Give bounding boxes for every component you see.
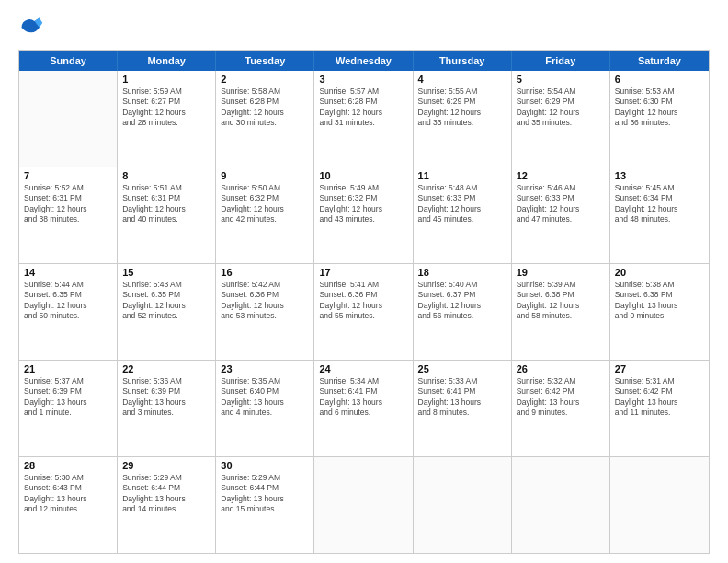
day-number: 17: [319, 267, 407, 278]
day-number: 14: [24, 267, 112, 278]
calendar-cell: 18Sunrise: 5:40 AMSunset: 6:37 PMDayligh…: [414, 264, 512, 360]
day-info: Sunrise: 5:41 AMSunset: 6:36 PMDaylight:…: [319, 280, 407, 322]
day-info: Sunrise: 5:59 AMSunset: 6:27 PMDaylight:…: [122, 86, 210, 129]
calendar-cell: 30Sunrise: 5:29 AMSunset: 6:44 PMDayligh…: [216, 457, 314, 553]
day-info: Sunrise: 5:55 AMSunset: 6:29 PMDaylight:…: [418, 86, 506, 129]
day-number: 6: [615, 74, 704, 85]
day-info: Sunrise: 5:32 AMSunset: 6:42 PMDaylight:…: [517, 376, 605, 419]
day-number: 25: [418, 363, 506, 374]
calendar-cell: 28Sunrise: 5:30 AMSunset: 6:43 PMDayligh…: [19, 457, 118, 553]
day-info: Sunrise: 5:42 AMSunset: 6:36 PMDaylight:…: [221, 280, 309, 322]
day-number: 26: [517, 363, 605, 374]
calendar-cell: 19Sunrise: 5:39 AMSunset: 6:38 PMDayligh…: [512, 264, 610, 360]
day-number: 30: [221, 460, 309, 471]
day-number: 21: [24, 363, 112, 374]
day-info: Sunrise: 5:40 AMSunset: 6:37 PMDaylight:…: [418, 280, 506, 322]
day-info: Sunrise: 5:50 AMSunset: 6:32 PMDaylight:…: [221, 183, 309, 225]
weekday-header-thursday: Thursday: [414, 51, 512, 71]
weekday-header-sunday: Sunday: [19, 51, 118, 71]
day-info: Sunrise: 5:39 AMSunset: 6:38 PMDaylight:…: [517, 280, 605, 322]
calendar-cell: 22Sunrise: 5:36 AMSunset: 6:39 PMDayligh…: [118, 361, 216, 456]
calendar-row-0: 1Sunrise: 5:59 AMSunset: 6:27 PMDaylight…: [19, 71, 709, 167]
calendar-cell: 25Sunrise: 5:33 AMSunset: 6:41 PMDayligh…: [414, 361, 512, 456]
calendar-header: SundayMondayTuesdayWednesdayThursdayFrid…: [19, 51, 709, 71]
day-number: 22: [122, 363, 210, 374]
day-info: Sunrise: 5:54 AMSunset: 6:29 PMDaylight:…: [517, 86, 605, 129]
day-number: 20: [615, 267, 704, 278]
day-number: 11: [418, 170, 506, 181]
day-number: 1: [122, 74, 210, 85]
calendar-cell: 9Sunrise: 5:50 AMSunset: 6:32 PMDaylight…: [216, 167, 314, 263]
day-info: Sunrise: 5:46 AMSunset: 6:33 PMDaylight:…: [517, 183, 605, 225]
calendar-cell: 27Sunrise: 5:31 AMSunset: 6:42 PMDayligh…: [610, 361, 709, 456]
weekday-header-monday: Monday: [118, 51, 216, 71]
calendar-cell: [314, 457, 413, 553]
day-info: Sunrise: 5:29 AMSunset: 6:44 PMDaylight:…: [221, 473, 309, 515]
calendar-cell: 24Sunrise: 5:34 AMSunset: 6:41 PMDayligh…: [314, 361, 413, 456]
day-number: 27: [615, 363, 704, 374]
day-info: Sunrise: 5:30 AMSunset: 6:43 PMDaylight:…: [24, 473, 112, 515]
calendar-cell: 8Sunrise: 5:51 AMSunset: 6:31 PMDaylight…: [118, 167, 216, 263]
day-info: Sunrise: 5:45 AMSunset: 6:34 PMDaylight:…: [615, 183, 704, 225]
day-info: Sunrise: 5:49 AMSunset: 6:32 PMDaylight:…: [319, 183, 407, 225]
day-info: Sunrise: 5:52 AMSunset: 6:31 PMDaylight:…: [24, 183, 112, 225]
calendar-cell: 13Sunrise: 5:45 AMSunset: 6:34 PMDayligh…: [610, 167, 709, 263]
calendar-cell: 17Sunrise: 5:41 AMSunset: 6:36 PMDayligh…: [314, 264, 413, 360]
calendar-cell: 11Sunrise: 5:48 AMSunset: 6:33 PMDayligh…: [414, 167, 512, 263]
calendar-cell: 1Sunrise: 5:59 AMSunset: 6:27 PMDaylight…: [118, 71, 216, 167]
weekday-header-tuesday: Tuesday: [216, 51, 314, 71]
calendar-row-2: 14Sunrise: 5:44 AMSunset: 6:35 PMDayligh…: [19, 263, 709, 360]
calendar-cell: 23Sunrise: 5:35 AMSunset: 6:40 PMDayligh…: [216, 361, 314, 456]
day-number: 8: [122, 170, 210, 181]
day-number: 4: [418, 74, 506, 85]
calendar: SundayMondayTuesdayWednesdayThursdayFrid…: [18, 50, 710, 554]
calendar-row-1: 7Sunrise: 5:52 AMSunset: 6:31 PMDaylight…: [19, 167, 709, 263]
weekday-header-wednesday: Wednesday: [314, 51, 413, 71]
calendar-cell: 20Sunrise: 5:38 AMSunset: 6:38 PMDayligh…: [610, 264, 709, 360]
day-info: Sunrise: 5:38 AMSunset: 6:38 PMDaylight:…: [615, 280, 704, 322]
weekday-header-friday: Friday: [512, 51, 610, 71]
day-info: Sunrise: 5:57 AMSunset: 6:28 PMDaylight:…: [319, 86, 407, 129]
calendar-row-4: 28Sunrise: 5:30 AMSunset: 6:43 PMDayligh…: [19, 456, 709, 553]
day-number: 3: [319, 74, 407, 85]
day-number: 19: [517, 267, 605, 278]
day-info: Sunrise: 5:34 AMSunset: 6:41 PMDaylight:…: [319, 376, 407, 419]
day-info: Sunrise: 5:33 AMSunset: 6:41 PMDaylight:…: [418, 376, 506, 419]
day-info: Sunrise: 5:53 AMSunset: 6:30 PMDaylight:…: [615, 86, 704, 129]
day-info: Sunrise: 5:44 AMSunset: 6:35 PMDaylight:…: [24, 280, 112, 322]
day-info: Sunrise: 5:58 AMSunset: 6:28 PMDaylight:…: [221, 86, 309, 129]
day-number: 10: [319, 170, 407, 181]
day-info: Sunrise: 5:48 AMSunset: 6:33 PMDaylight:…: [418, 183, 506, 225]
day-info: Sunrise: 5:37 AMSunset: 6:39 PMDaylight:…: [24, 376, 112, 419]
day-number: 7: [24, 170, 112, 181]
calendar-cell: [414, 457, 512, 553]
calendar-cell: 7Sunrise: 5:52 AMSunset: 6:31 PMDaylight…: [19, 167, 118, 263]
day-number: 5: [517, 74, 605, 85]
day-info: Sunrise: 5:36 AMSunset: 6:39 PMDaylight:…: [122, 376, 210, 419]
day-number: 12: [517, 170, 605, 181]
calendar-cell: 29Sunrise: 5:29 AMSunset: 6:44 PMDayligh…: [118, 457, 216, 553]
calendar-cell: 4Sunrise: 5:55 AMSunset: 6:29 PMDaylight…: [414, 71, 512, 167]
day-info: Sunrise: 5:29 AMSunset: 6:44 PMDaylight:…: [122, 473, 210, 515]
calendar-cell: 15Sunrise: 5:43 AMSunset: 6:35 PMDayligh…: [118, 264, 216, 360]
calendar-cell: [512, 457, 610, 553]
calendar-cell: 6Sunrise: 5:53 AMSunset: 6:30 PMDaylight…: [610, 71, 709, 167]
day-number: 29: [122, 460, 210, 471]
weekday-header-saturday: Saturday: [610, 51, 709, 71]
calendar-row-3: 21Sunrise: 5:37 AMSunset: 6:39 PMDayligh…: [19, 360, 709, 456]
calendar-body: 1Sunrise: 5:59 AMSunset: 6:27 PMDaylight…: [19, 71, 709, 553]
day-info: Sunrise: 5:43 AMSunset: 6:35 PMDaylight:…: [122, 280, 210, 322]
day-number: 18: [418, 267, 506, 278]
calendar-cell: 12Sunrise: 5:46 AMSunset: 6:33 PMDayligh…: [512, 167, 610, 263]
calendar-cell: [610, 457, 709, 553]
calendar-cell: 3Sunrise: 5:57 AMSunset: 6:28 PMDaylight…: [314, 71, 413, 167]
calendar-cell: 14Sunrise: 5:44 AMSunset: 6:35 PMDayligh…: [19, 264, 118, 360]
day-number: 16: [221, 267, 309, 278]
day-number: 13: [615, 170, 704, 181]
day-number: 23: [221, 363, 309, 374]
day-number: 2: [221, 74, 309, 85]
calendar-cell: 26Sunrise: 5:32 AMSunset: 6:42 PMDayligh…: [512, 361, 610, 456]
calendar-cell: [19, 71, 118, 167]
logo: [18, 15, 48, 40]
calendar-cell: 10Sunrise: 5:49 AMSunset: 6:32 PMDayligh…: [314, 167, 413, 263]
